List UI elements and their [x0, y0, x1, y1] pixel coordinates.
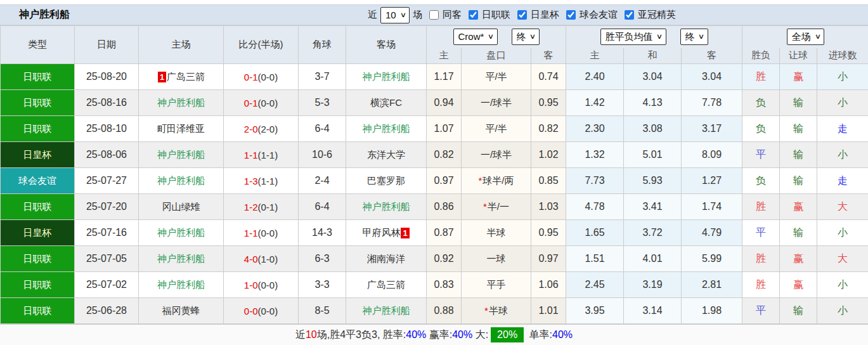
home-team: 福冈黄蜂	[162, 305, 200, 316]
handicap-name: 球半/两	[483, 175, 514, 186]
league-filter-label-club-friendly: 球会友谊	[580, 9, 618, 21]
odds-away: 1.01	[531, 298, 566, 324]
handicap-cell: *半/一	[462, 194, 531, 220]
goals-result-cell: 走	[817, 116, 868, 142]
handicap-star: *	[478, 175, 482, 186]
score-cell: 0-1(0-0)	[224, 64, 299, 90]
corner-score: 3-7	[299, 64, 346, 90]
score-cell: 1-1(1-1)	[224, 142, 299, 168]
col-header-home: 主场	[139, 26, 224, 64]
score-halftime: (0-0)	[258, 228, 278, 238]
league-filter-checkbox-acl-elite[interactable]	[625, 10, 634, 20]
footer-prefix: 近	[295, 329, 306, 342]
match-row: 日职联 25-08-20 1广岛三箭 0-1(0-0) 3-7 神户胜利船 1.…	[1, 64, 868, 90]
mean-draw-odds: 3.19	[624, 272, 682, 298]
mean-draw-odds: 3.72	[624, 220, 682, 246]
score-fulltime: 1-0	[244, 280, 258, 290]
corner-score: 6-4	[299, 116, 346, 142]
same-away-checkbox[interactable]	[429, 10, 439, 20]
handicap-name: 平手	[487, 279, 506, 290]
handicap-result-cell: 输	[780, 116, 817, 142]
away-team-cell: 广岛三箭	[346, 272, 427, 298]
odds-source-select[interactable]: Crow*	[453, 29, 498, 45]
score-cell: 1-1(0-0)	[224, 220, 299, 246]
score-cell: 0-1(0-0)	[224, 90, 299, 116]
mean-home-odds: 1.65	[566, 220, 624, 246]
mean-draw-odds: 3.41	[624, 194, 682, 220]
mean-away-odds: 1.27	[682, 168, 742, 194]
sub-col-header-odds-away: 客	[531, 48, 566, 64]
mean-away-odds: 1.98	[682, 298, 742, 324]
mean-draw-odds: 4.13	[624, 90, 682, 116]
mean-away-odds: 7.78	[682, 90, 742, 116]
score-halftime: (0-0)	[258, 98, 278, 108]
odds-home: 0.94	[427, 90, 462, 116]
recent-count-select[interactable]: 10	[380, 7, 410, 23]
match-date: 25-07-05	[75, 246, 139, 272]
goals-result-cell: 小	[817, 142, 868, 168]
promotion-badge: 1	[401, 228, 409, 238]
league-filter-checkbox-jleague[interactable]	[469, 10, 478, 20]
away-team: 神户胜利船	[363, 71, 410, 82]
handicap-result-cell: 赢	[780, 64, 817, 90]
home-team-cell: 1广岛三箭	[139, 64, 224, 90]
handicap-name: 一/球半	[481, 97, 512, 108]
handicap-cell: *半球	[462, 298, 531, 324]
odds-home: 0.83	[427, 272, 462, 298]
league-filter-checkbox-club-friendly[interactable]	[566, 10, 576, 20]
sub-col-header-handicap-result: 让球	[780, 48, 817, 64]
handicap-cell: *球半/两	[462, 168, 531, 194]
odds-away: 0.82	[531, 116, 566, 142]
league-filter-label-acl-elite: 亚冠精英	[638, 9, 676, 21]
away-team: 甲府风林	[362, 227, 400, 238]
sub-col-header-result: 胜负	[742, 48, 780, 64]
mean-draw-odds: 3.08	[624, 116, 682, 142]
odds-home: 0.82	[427, 142, 462, 168]
home-team: 神户胜利船	[157, 149, 205, 160]
scope-select[interactable]: 全场	[787, 29, 824, 45]
mean-stage-select-wrap: 终	[680, 29, 708, 45]
mean-stage-select[interactable]: 终	[680, 29, 708, 45]
match-row: 球会友谊 25-07-27 神户胜利船 1-3(1-1) 2-4 巴塞罗那 0.…	[1, 168, 868, 194]
away-team: 广岛三箭	[367, 279, 405, 290]
handicap-cell: 平手	[462, 272, 531, 298]
odds-stage-select[interactable]: 终	[512, 29, 540, 45]
away-team: 湘南海洋	[367, 253, 405, 264]
matches-label: 场	[413, 9, 422, 21]
corner-score: 10-6	[299, 142, 346, 168]
same-away-label: 同客	[443, 9, 462, 21]
mean-away-odds: 4.79	[682, 220, 742, 246]
home-team-cell: 神户胜利船	[139, 220, 224, 246]
result-cell: 平	[742, 142, 780, 168]
odds-home: 0.88	[427, 298, 462, 324]
home-team: 神户胜利船	[157, 253, 205, 264]
col-header-score: 比分(半场)	[224, 26, 299, 64]
footer-win-rate: 40%	[406, 329, 426, 341]
home-team: 町田泽维亚	[157, 123, 205, 134]
match-row: 日职联 25-08-10 町田泽维亚 2-0(2-0) 6-4 神户胜利船 1.…	[1, 116, 868, 142]
sub-col-header-mean-home: 主	[566, 48, 624, 64]
home-team-cell: 神户胜利船	[139, 246, 224, 272]
footer-single-rate: 40%	[552, 329, 573, 341]
league-filter-checkbox-emperor-cup[interactable]	[517, 10, 527, 20]
home-team-cell: 神户胜利船	[139, 142, 224, 168]
mean-source-select[interactable]: 胜平负均值	[600, 29, 666, 45]
handicap-cell: 平/半	[462, 116, 531, 142]
match-date: 25-08-20	[75, 64, 139, 90]
odds-home: 0.87	[427, 220, 462, 246]
sub-col-header-handicap: 盘口	[462, 48, 531, 64]
score-halftime: (1-0)	[258, 254, 278, 264]
score-cell: 4-0(1-0)	[224, 246, 299, 272]
footer-ou-label: 大:	[472, 329, 488, 342]
match-date: 25-08-06	[75, 142, 139, 168]
scope-select-wrap: 全场	[787, 29, 824, 45]
odds-home: 1.17	[427, 64, 462, 90]
mean-away-odds: 3.17	[682, 116, 742, 142]
mean-home-odds: 1.51	[566, 246, 624, 272]
handicap-result-cell: 赢	[780, 272, 817, 298]
handicap-name: 一/球半	[481, 149, 512, 160]
league-type-cell: 日职联	[1, 194, 75, 220]
goals-result-cell: 小	[817, 298, 868, 324]
league-type-cell: 日职联	[1, 272, 75, 298]
score-fulltime: 0-1	[244, 98, 258, 108]
